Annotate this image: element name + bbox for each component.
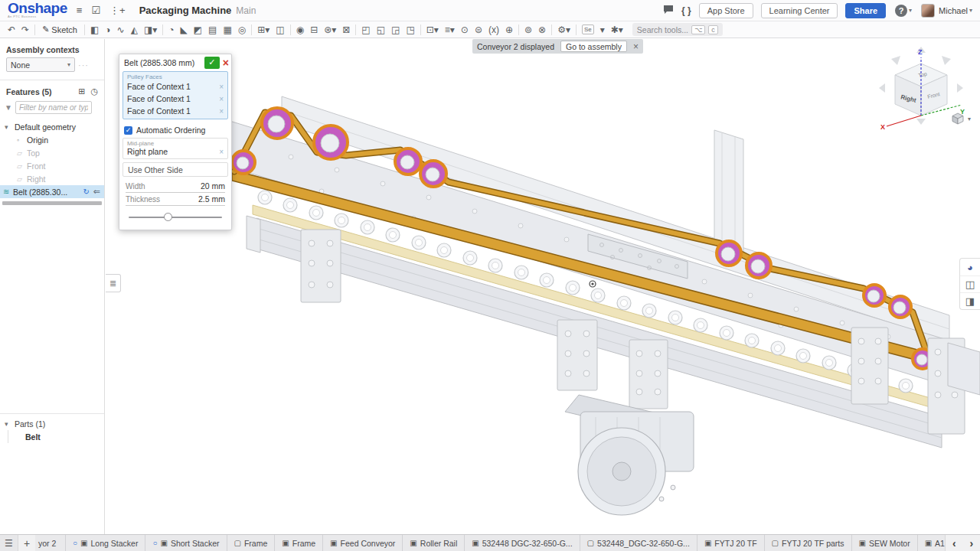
assembly-context-select[interactable]: None ▾: [6, 57, 75, 72]
feature-tree-item[interactable]: ≋ Belt (2885.30... ↻ ⇐: [0, 185, 104, 198]
face-selection-row[interactable]: Face of Context 1 ×: [123, 117, 227, 119]
midplane-field[interactable]: Mid-plane Right plane ×: [122, 138, 228, 159]
feature-tool-icon[interactable]: ◰: [358, 23, 373, 37]
remove-face-icon[interactable]: ×: [219, 107, 224, 116]
extension-rail[interactable]: [948, 343, 980, 395]
pulley[interactable]: [864, 285, 885, 306]
share-button[interactable]: Share: [845, 3, 886, 18]
graphics-viewport[interactable]: Top Right Front Z Y X ▾: [105, 39, 980, 534]
undo-icon[interactable]: ↶: [5, 23, 18, 37]
dialog-header[interactable]: Belt (2885.308 mm) ✓ ×: [119, 54, 231, 70]
user-caret-icon[interactable]: ▾: [969, 7, 972, 14]
document-tab[interactable]: ▣ FYTJ 20 TF: [697, 535, 765, 551]
appearance-panel-icon[interactable]: ◕: [960, 259, 980, 276]
search-tools-input[interactable]: Search tools... ⌥ c: [632, 23, 723, 36]
feature-tool-icon[interactable]: ⊞▾: [254, 23, 273, 37]
notification-close-icon[interactable]: ×: [633, 41, 639, 52]
feature-tool-icon[interactable]: ◣: [178, 23, 191, 37]
go-to-assembly-button[interactable]: Go to assembly: [560, 41, 627, 52]
feature-tool-icon[interactable]: ⊜: [472, 23, 485, 37]
feature-tree-item[interactable]: ▱ Right: [0, 172, 104, 185]
create-folder-icon[interactable]: ⊞: [78, 86, 85, 96]
featurescript-icon[interactable]: { }: [681, 5, 691, 16]
document-tab[interactable]: ▣ Feed Conveyor: [323, 535, 403, 551]
document-tab[interactable]: ○ ▣ Long Stacker: [66, 535, 145, 551]
feature-tool-icon[interactable]: ◲: [388, 23, 403, 37]
pulley[interactable]: [420, 161, 446, 187]
feature-tool-icon[interactable]: ◱: [374, 23, 388, 37]
feature-tree-item[interactable]: ◦ Origin: [0, 133, 104, 146]
pulley[interactable]: [232, 151, 255, 174]
document-tab[interactable]: ▣ Frame: [275, 535, 323, 551]
sheet-metal-icon[interactable]: Se: [579, 23, 597, 37]
rollback-bar[interactable]: [2, 201, 102, 205]
cancel-button[interactable]: ×: [223, 57, 229, 69]
feature-tree-item[interactable]: ▱ Front: [0, 159, 104, 172]
pulley[interactable]: [395, 148, 421, 174]
app-store-button[interactable]: App Store: [699, 3, 753, 18]
feature-tool-icon[interactable]: ⊟: [307, 23, 321, 37]
feature-tool-icon[interactable]: ◳: [403, 23, 417, 37]
sheet-metal-caret-icon[interactable]: ▾: [597, 23, 608, 37]
feature-tool-icon[interactable]: ∿: [114, 23, 128, 37]
feature-tool-icon[interactable]: ▦: [220, 23, 234, 37]
feature-tool-icon[interactable]: ⊛▾: [321, 23, 339, 37]
document-tab[interactable]: ▣ 532448 DGC-32-650-G...: [465, 535, 580, 551]
settings-gear-icon[interactable]: ⚙▾: [554, 23, 573, 37]
feature-tool-icon[interactable]: ⊗: [535, 23, 549, 37]
feature-tool-icon[interactable]: ◭: [128, 23, 141, 37]
motor[interactable]: [565, 395, 694, 515]
feature-tool-icon[interactable]: [518, 24, 519, 35]
feature-tool-icon[interactable]: [355, 24, 356, 35]
automatic-ordering-checkbox[interactable]: ✓ Automatic Ordering: [119, 122, 231, 138]
redo-icon[interactable]: ↷: [18, 23, 32, 37]
tab-manager-button[interactable]: ☰: [0, 535, 18, 551]
feature-tool-icon[interactable]: [251, 24, 252, 35]
face-selection-row[interactable]: Face of Context 1 ×: [123, 80, 227, 93]
scroll-tabs-left-icon[interactable]: ‹: [952, 538, 956, 549]
feature-tool-icon[interactable]: ◨▾: [141, 23, 160, 37]
part-list-item[interactable]: Belt: [8, 430, 104, 443]
feature-list-flyout-button[interactable]: ≣: [106, 274, 121, 292]
face-selection-row[interactable]: Face of Context 1 ×: [123, 93, 227, 105]
thickness-field[interactable]: Thickness 2.5 mm: [126, 194, 225, 206]
feature-tool-icon[interactable]: ≡▾: [442, 23, 458, 37]
face-selection-row[interactable]: Face of Context 1 ×: [123, 105, 227, 117]
feature-tool-icon[interactable]: ⊡▾: [423, 23, 442, 37]
pulley[interactable]: [717, 241, 741, 266]
slider-handle[interactable]: [164, 213, 172, 221]
help-caret-icon[interactable]: ▾: [909, 7, 912, 14]
remove-face-icon[interactable]: ×: [219, 95, 224, 103]
feature-tool-icon[interactable]: ◎: [235, 23, 249, 37]
feature-tool-icon[interactable]: ⊠: [339, 23, 353, 37]
feature-tool-icon[interactable]: [290, 24, 291, 35]
pulley[interactable]: [314, 126, 348, 159]
support-post[interactable]: [714, 130, 743, 254]
onshape-logo[interactable]: Onshape An PTC Business: [8, 2, 67, 18]
custom-features-icon[interactable]: ✱▾: [608, 23, 626, 37]
insert-elements-icon[interactable]: ⋮+: [109, 5, 126, 16]
feature-tool-icon[interactable]: ◉: [293, 23, 307, 37]
pulley[interactable]: [890, 296, 911, 318]
remove-face-icon[interactable]: ×: [219, 119, 224, 120]
thickness-slider[interactable]: [129, 213, 222, 222]
feature-tool-icon[interactable]: ⊙: [458, 23, 472, 37]
feature-tool-icon[interactable]: [420, 24, 421, 35]
sketch-button[interactable]: ✎ Sketch: [38, 24, 82, 34]
document-tab[interactable]: ▣ SEW Motor: [852, 535, 918, 551]
document-tab[interactable]: ▣ Roller Rail: [403, 535, 465, 551]
feature-tool-icon[interactable]: ◫: [273, 23, 287, 37]
history-icon[interactable]: ◷: [90, 86, 98, 96]
mate-connector-marker[interactable]: [590, 281, 596, 287]
document-tab[interactable]: ▢ 532448_DGC-32-650-G...: [580, 535, 697, 551]
pulley-faces-list[interactable]: Pulley Faces Face of Context 1 × Face of…: [122, 71, 228, 119]
view-options-button[interactable]: ▾: [952, 112, 971, 125]
document-tab[interactable]: ▢ FYTJ 20 TF parts: [765, 535, 852, 551]
feature-tool-icon[interactable]: ◑: [102, 23, 113, 37]
document-tab[interactable]: ▢ Frame: [227, 535, 276, 551]
help-icon[interactable]: ?: [895, 5, 907, 17]
document-tab[interactable]: ○ ▣ Short Stacker: [145, 535, 227, 551]
pulley[interactable]: [746, 253, 771, 278]
confirm-button[interactable]: ✓: [204, 57, 220, 69]
comments-icon[interactable]: [663, 5, 674, 16]
